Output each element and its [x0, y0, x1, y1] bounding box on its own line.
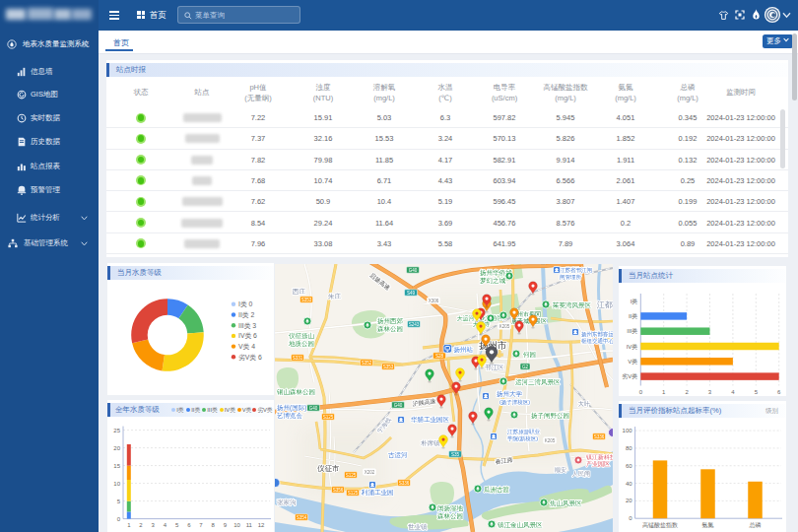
svg-text:II类 2: II类 2 — [238, 311, 254, 318]
svg-text:地质公园: 地质公园 — [289, 340, 314, 347]
svg-text:6: 6 — [777, 389, 781, 395]
svg-text:森林公园: 森林公园 — [377, 325, 403, 332]
svg-text:S49: S49 — [407, 291, 416, 296]
svg-text:朴席镇: 朴席镇 — [421, 439, 440, 446]
svg-text:20: 20 — [113, 445, 120, 451]
svg-text:III类: III类 — [627, 328, 637, 334]
svg-text:3: 3 — [152, 522, 156, 528]
svg-text:6: 6 — [187, 522, 191, 528]
svg-text:S35: S35 — [451, 452, 460, 457]
svg-text:华脯工业园区: 华脯工业园区 — [411, 416, 450, 423]
svg-text:III类 3: III类 3 — [238, 322, 256, 329]
svg-text:(扬子津校区): (扬子津校区) — [499, 399, 530, 406]
svg-text:S243: S243 — [409, 322, 420, 327]
svg-text:S331: S331 — [293, 356, 303, 361]
svg-text:S353: S353 — [383, 365, 394, 369]
svg-text:氨氮: 氨氮 — [702, 521, 714, 528]
svg-text:世业镇: 世业镇 — [408, 523, 428, 530]
svg-text:1: 1 — [127, 522, 131, 528]
svg-text:西庄: 西庄 — [292, 288, 306, 295]
svg-text:大叶: 大叶 — [578, 400, 590, 407]
svg-text:镇江新科技: 镇江新科技 — [585, 453, 613, 460]
svg-text:25: 25 — [113, 428, 120, 433]
svg-text:劣V类: 劣V类 — [622, 373, 637, 380]
svg-text:春江路: 春江路 — [495, 457, 513, 466]
svg-text:江都区: 江都区 — [596, 300, 613, 309]
svg-text:仪征捺山: 仪征捺山 — [289, 332, 315, 340]
svg-text:劣V类 6: 劣V类 6 — [238, 354, 262, 362]
svg-text:S352: S352 — [362, 361, 372, 366]
svg-text:S336: S336 — [399, 481, 410, 486]
svg-text:朱庄: 朱庄 — [328, 293, 342, 299]
svg-text:3: 3 — [708, 389, 712, 395]
svg-text:5: 5 — [755, 389, 759, 395]
svg-text:扬州大学: 扬州大学 — [497, 390, 523, 398]
svg-text:5: 5 — [117, 499, 121, 504]
svg-text:5: 5 — [175, 522, 179, 528]
svg-text:K205: K205 — [545, 438, 556, 443]
svg-text:G40: G40 — [409, 268, 418, 273]
svg-text:仪征市: 仪征市 — [317, 464, 340, 473]
svg-text:铜山森林公园: 铜山森林公园 — [276, 388, 315, 395]
svg-text:2: 2 — [139, 522, 143, 528]
svg-text:2: 2 — [685, 389, 689, 395]
svg-text:顺安: 顺安 — [555, 466, 566, 473]
svg-text:S125: S125 — [346, 473, 357, 478]
svg-text:10: 10 — [113, 481, 120, 487]
svg-text:I类 0: I类 0 — [238, 300, 253, 307]
svg-text:G2: G2 — [522, 365, 529, 369]
svg-text:学院(新校区): 学院(新校区) — [507, 435, 538, 442]
svg-text:扬州西郊: 扬州西郊 — [377, 317, 403, 325]
svg-text:I类: I类 — [631, 299, 638, 304]
svg-text:S354: S354 — [297, 515, 307, 520]
svg-text:焦山风景区: 焦山风景区 — [550, 499, 582, 507]
svg-text:9: 9 — [224, 522, 228, 528]
svg-text:镇江金山风景区: 镇江金山风景区 — [497, 521, 543, 529]
svg-text:枢纽交通中心: 枢纽交通中心 — [581, 337, 613, 344]
svg-text:邗江区: 邗江区 — [485, 364, 504, 371]
svg-text:12: 12 — [258, 522, 265, 528]
svg-text:扬子闸野公园: 扬子闸野公园 — [531, 412, 569, 420]
svg-text:梦幻之城: 梦幻之城 — [480, 277, 506, 285]
svg-text:利浦工业园: 利浦工业园 — [361, 489, 394, 497]
svg-text:60: 60 — [626, 463, 632, 469]
svg-text:S125: S125 — [348, 491, 359, 496]
svg-text:IV类: IV类 — [627, 344, 638, 350]
svg-text:80: 80 — [626, 445, 632, 451]
svg-text:K205: K205 — [499, 324, 510, 329]
svg-text:4: 4 — [731, 389, 735, 395]
svg-text:闸管理所: 闸管理所 — [560, 274, 582, 281]
svg-text:扬州站: 扬州站 — [454, 346, 474, 354]
svg-text:闰扬湿地: 闰扬湿地 — [437, 504, 464, 512]
svg-text:S336: S336 — [594, 434, 605, 439]
svg-text:高锰酸盐指数: 高锰酸盐指数 — [642, 521, 678, 529]
svg-text:20: 20 — [626, 498, 632, 503]
svg-text:X306: X306 — [429, 299, 439, 303]
svg-text:II类: II类 — [629, 313, 637, 319]
svg-text:X202: X202 — [365, 470, 375, 475]
svg-text:人民闸: 人民闸 — [571, 471, 590, 478]
svg-text:11: 11 — [246, 522, 253, 528]
svg-text:何园: 何园 — [523, 351, 536, 358]
svg-text:1: 1 — [662, 389, 666, 395]
svg-text:森林公园: 森林公园 — [437, 512, 463, 519]
svg-text:0: 0 — [117, 516, 121, 522]
svg-text:扬州(国际): 扬州(国际) — [277, 404, 306, 412]
svg-text:IV类 6: IV类 6 — [238, 332, 257, 339]
svg-text:S353: S353 — [301, 298, 312, 302]
svg-text:艺博览会: 艺博览会 — [276, 412, 303, 420]
svg-text:100: 100 — [623, 428, 633, 433]
svg-text:茱萸湾风景区: 茱萸湾风景区 — [552, 301, 592, 309]
svg-text:7: 7 — [199, 522, 203, 528]
svg-text:S125: S125 — [323, 415, 334, 420]
svg-text:10: 10 — [233, 522, 240, 528]
svg-text:运河三湾风景区: 运河三湾风景区 — [515, 378, 561, 386]
svg-text:G40: G40 — [394, 403, 403, 408]
svg-text:江苏旅游职业: 江苏旅游职业 — [507, 429, 541, 435]
svg-text:总磷: 总磷 — [749, 522, 762, 528]
svg-text:G40: G40 — [309, 406, 318, 411]
svg-text:张家沟: 张家沟 — [277, 499, 297, 506]
svg-text:S28: S28 — [435, 354, 444, 359]
svg-text:S356: S356 — [333, 488, 344, 493]
svg-text:古运河: 古运河 — [388, 451, 408, 459]
